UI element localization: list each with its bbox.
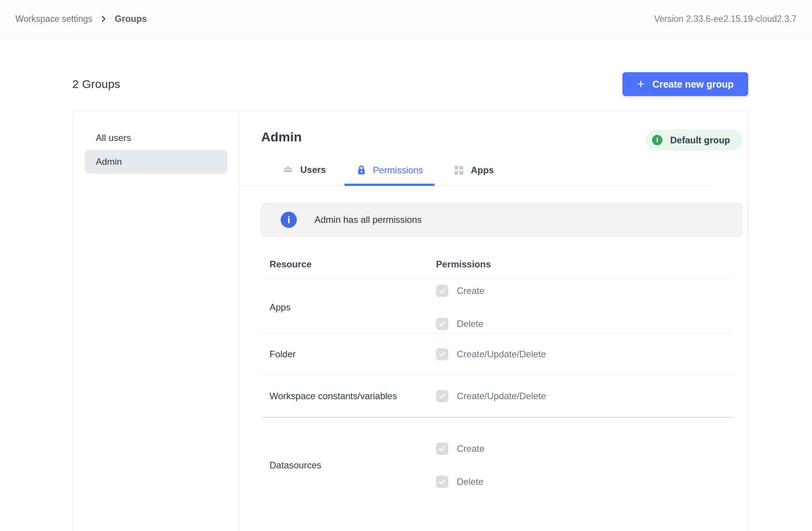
permission-option: Create/Update/Delete (436, 387, 733, 405)
table-row-folder: Folder Create/Update/Delete (261, 334, 733, 375)
main-content: 2 Groups + Create new group All users Ad… (0, 38, 812, 531)
workspace-settings-groups-screen: Workspace settings Groups Version 2.33.6… (0, 0, 812, 531)
tab-permissions[interactable]: Permissions (344, 164, 435, 185)
plus-icon: + (637, 77, 645, 90)
default-group-badge: i Default group (646, 129, 742, 151)
resource-label: Workspace constants/variables (270, 391, 427, 402)
apps-grid-icon (453, 164, 464, 176)
permission-label: Create (457, 443, 484, 454)
permission-label: Create (457, 285, 484, 296)
permission-option: Create/Update/Delete (436, 345, 733, 363)
group-item-label: Admin (96, 156, 122, 167)
table-row-datasources: Datasources Create (261, 418, 733, 491)
topbar: Workspace settings Groups Version 2.33.6… (0, 0, 812, 38)
group-item-admin[interactable]: Admin (85, 150, 228, 174)
resource-label: Apps (270, 302, 427, 313)
checkbox-datasources-delete[interactable] (436, 476, 448, 488)
permission-label: Create/Update/Delete (457, 391, 546, 402)
group-title: Admin (261, 129, 302, 144)
lock-icon (356, 164, 367, 176)
permission-option: Create (436, 282, 733, 300)
permissions-table: Resource Permissions Apps Create (261, 256, 733, 491)
table-header-row: Resource Permissions (261, 256, 733, 279)
checkbox-apps-create[interactable] (436, 285, 448, 297)
tab-users[interactable]: Users (270, 164, 338, 185)
tab-apps-label: Apps (471, 165, 494, 176)
tab-users-label: Users (300, 164, 326, 175)
resource-label: Folder (270, 349, 427, 360)
tab-permissions-label: Permissions (373, 165, 423, 176)
permissions-column-header: Permissions (427, 259, 733, 270)
permission-option: Create (436, 440, 733, 458)
checkbox-workspace-constants-cud[interactable] (436, 390, 448, 402)
permissions-cell: Create Delete (427, 282, 733, 333)
group-item-label: All users (96, 133, 131, 143)
info-banner: i Admin has all permissions (261, 203, 742, 237)
group-detail-panel: Admin i Default group (240, 111, 748, 531)
info-icon: i (281, 212, 297, 228)
group-item-all-users[interactable]: All users (85, 126, 228, 150)
group-detail-header: Admin i Default group (261, 129, 742, 151)
info-banner-text: Admin has all permissions (314, 214, 422, 225)
resource-label: Datasources (270, 460, 427, 471)
groups-card: All users Admin Admin i Default group (72, 111, 748, 531)
green-info-icon: i (652, 135, 662, 145)
permission-label: Delete (457, 476, 483, 487)
breadcrumb: Workspace settings Groups (15, 14, 147, 24)
checkbox-folder-cud[interactable] (436, 348, 448, 360)
create-new-group-label: Create new group (652, 79, 734, 90)
breadcrumb-workspace-settings[interactable]: Workspace settings (15, 14, 92, 24)
default-group-label: Default group (670, 135, 730, 146)
group-detail-tabs: Users Permissions (240, 164, 711, 186)
permissions-cell: Create Delete (427, 440, 733, 491)
tab-apps[interactable]: Apps (441, 164, 505, 185)
table-row-apps: Apps Create (261, 279, 733, 334)
permissions-cell: Create/Update/Delete (427, 387, 733, 405)
checkbox-datasources-create[interactable] (436, 443, 448, 455)
permission-option: Delete (436, 315, 733, 333)
groups-count-title: 2 Groups (72, 78, 120, 91)
permission-label: Create/Update/Delete (457, 349, 546, 360)
resource-column-header: Resource (270, 259, 427, 270)
breadcrumb-groups: Groups (115, 14, 147, 24)
create-new-group-button[interactable]: + Create new group (622, 72, 748, 96)
checkbox-apps-delete[interactable] (436, 318, 448, 330)
users-icon (282, 164, 294, 176)
groups-list: All users Admin (73, 111, 240, 531)
permission-option: Delete (436, 473, 733, 491)
version-label: Version 2.33.6-ee2.15.19-cloud2.3.7 (654, 14, 797, 24)
chevron-right-icon (99, 15, 108, 23)
permission-label: Delete (457, 319, 483, 329)
permissions-cell: Create/Update/Delete (427, 345, 733, 363)
page-head: 2 Groups + Create new group (72, 72, 748, 96)
table-row-workspace-constants: Workspace constants/variables Create/Upd… (261, 375, 733, 418)
